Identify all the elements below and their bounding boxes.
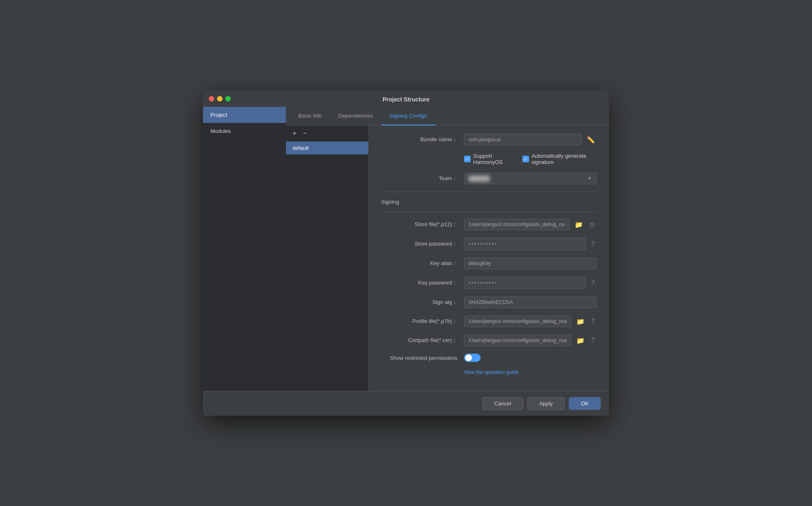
browse-profile-file-button[interactable]: 📁 (575, 316, 586, 327)
store-file-row: Store file(*.p12)： 📁 ⊙ (381, 219, 597, 230)
cancel-button[interactable]: Cancel (482, 397, 523, 410)
store-password-control: ? (464, 238, 597, 250)
signing-section-title: Signing (381, 199, 597, 205)
bundle-name-input[interactable] (464, 134, 582, 145)
store-file-label: Store file(*.p12)： (381, 221, 464, 228)
profile-file-row: Profile file(*.p7b)： 📁 ? (381, 316, 597, 327)
browse-store-file-button[interactable]: 📁 (573, 219, 585, 230)
team-value: ██████ (469, 176, 490, 181)
support-harmony-checkbox-box: ✓ (464, 156, 471, 162)
config-panel: + − default (286, 125, 369, 391)
view-guide-row: View the operation guide (381, 369, 597, 375)
add-config-button[interactable]: + (291, 129, 298, 138)
tab-dependencies[interactable]: Dependencies (330, 107, 381, 125)
key-password-control: ? (464, 277, 597, 289)
team-label: Team： (381, 175, 464, 182)
config-toolbar: + − (286, 125, 368, 142)
config-list: default (286, 142, 368, 391)
sign-alg-label: Sign alg： (381, 299, 464, 306)
store-password-input[interactable] (464, 238, 586, 250)
side-panels: + − default Bundle name： (286, 125, 609, 391)
show-restricted-control (464, 354, 597, 362)
auto-signature-checkbox-box: ✓ (522, 156, 529, 162)
dialog-title: Project Structure (382, 96, 430, 103)
main-content: Basic Info Dependencies Signing Configs … (286, 107, 609, 391)
profile-file-control: 📁 ? (464, 316, 597, 327)
certpath-file-row: Certpath file(*.cer)： 📁 ? (381, 335, 597, 346)
browse-certpath-button[interactable]: 📁 (575, 335, 586, 346)
key-alias-label: Key alias： (381, 260, 464, 267)
bundle-name-label: Bundle name： (381, 136, 464, 143)
bundle-name-control: ✏️ (464, 134, 597, 145)
key-password-help-button[interactable]: ? (590, 277, 597, 288)
sidebar-item-project[interactable]: Project (203, 107, 286, 123)
edit-bundle-name-button[interactable]: ✏️ (585, 134, 597, 145)
key-alias-row: Key alias： (381, 258, 597, 269)
key-password-row: Key password： ? (381, 277, 597, 289)
sign-alg-input[interactable] (464, 296, 597, 308)
ok-button[interactable]: OK (569, 397, 601, 410)
key-alias-control (464, 258, 597, 269)
sign-alg-control (464, 296, 597, 308)
key-password-input[interactable] (464, 277, 586, 289)
close-button[interactable] (209, 96, 214, 101)
show-restricted-label: Show restricted permissions (381, 355, 464, 361)
dialog-footer: Cancel Apply OK (203, 391, 609, 416)
bundle-name-row: Bundle name： ✏️ (381, 134, 597, 145)
store-password-row: Store password： ? (381, 238, 597, 250)
profile-file-label: Profile file(*.p7b)： (381, 318, 464, 325)
view-guide-control: View the operation guide (464, 369, 597, 375)
key-password-label: Key password： (381, 279, 464, 287)
signing-divider (381, 192, 597, 192)
checkbox-row: ✓ Support HarmonyOS ✓ Automatically gene… (464, 153, 597, 165)
minimize-button[interactable] (217, 96, 222, 101)
show-restricted-toggle[interactable] (464, 354, 481, 362)
team-dropdown[interactable]: ██████ ▼ (464, 173, 597, 184)
store-password-help-button[interactable]: ? (590, 239, 597, 249)
certpath-file-input[interactable] (464, 335, 571, 346)
dropdown-arrow-icon: ▼ (587, 176, 592, 181)
sign-alg-row: Sign alg： (381, 296, 597, 308)
sidebar-item-modules[interactable]: Modules (203, 123, 286, 139)
form-area: Bundle name： ✏️ ✓ Support HarmonyOS (369, 125, 609, 391)
fingerprint-store-file-button[interactable]: ⊙ (588, 219, 597, 230)
certpath-file-control: 📁 ? (464, 335, 597, 346)
support-harmony-checkbox[interactable]: ✓ Support HarmonyOS (464, 153, 514, 165)
team-row: Team： ██████ ▼ (381, 173, 597, 184)
remove-config-button[interactable]: − (301, 129, 308, 138)
certpath-file-label: Certpath file(*.cer)： (381, 337, 464, 344)
sidebar: Project Modules (203, 107, 286, 391)
view-operation-guide-link[interactable]: View the operation guide (464, 369, 519, 375)
config-item-default[interactable]: default (286, 142, 368, 154)
certpath-help-button[interactable]: ? (590, 335, 597, 346)
auto-signature-label: Automatically generate signature (532, 153, 597, 165)
dialog-body: Project Modules Basic Info Dependencies … (203, 107, 609, 391)
signing-divider-2 (381, 212, 597, 212)
project-structure-dialog: Project Structure Project Modules Basic … (203, 90, 609, 416)
show-restricted-row: Show restricted permissions (381, 354, 597, 362)
maximize-button[interactable] (225, 96, 231, 101)
team-control: ██████ ▼ (464, 173, 597, 184)
tab-signing-configs[interactable]: Signing Configs (381, 107, 435, 125)
support-harmony-label: Support HarmonyOS (473, 153, 514, 165)
tabs: Basic Info Dependencies Signing Configs (286, 107, 609, 125)
key-alias-input[interactable] (464, 258, 597, 269)
toggle-knob (465, 354, 472, 361)
profile-file-help-button[interactable]: ? (590, 316, 597, 327)
store-file-input[interactable] (464, 219, 570, 230)
auto-signature-checkbox[interactable]: ✓ Automatically generate signature (522, 153, 597, 165)
store-file-control: 📁 ⊙ (464, 219, 597, 230)
title-bar: Project Structure (203, 90, 609, 107)
tab-basic-info[interactable]: Basic Info (290, 107, 330, 125)
store-password-label: Store password： (381, 240, 464, 248)
apply-button[interactable]: Apply (527, 397, 565, 410)
profile-file-input[interactable] (464, 316, 571, 327)
window-controls (209, 96, 231, 101)
